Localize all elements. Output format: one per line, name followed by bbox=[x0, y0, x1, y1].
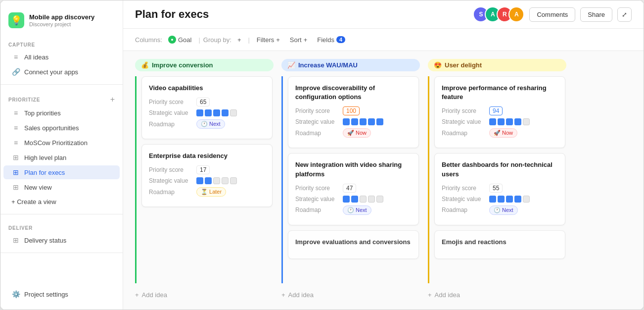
header-right: S A R A Comments Share ⤢ bbox=[473, 6, 632, 22]
card-title: Improve discoverability of configuration… bbox=[295, 84, 412, 102]
group-by-add-btn[interactable]: + bbox=[233, 34, 245, 46]
avatar-group: S A R A bbox=[473, 6, 524, 22]
fields-btn[interactable]: Fields 4 bbox=[313, 34, 349, 46]
sidebar-item-high-level-plan[interactable]: ⊞ High level plan bbox=[3, 151, 120, 164]
strategic-dots bbox=[196, 109, 237, 116]
group-by-label: Group by: bbox=[203, 36, 231, 44]
sort-btn[interactable]: Sort + bbox=[286, 34, 311, 46]
card-title: New integration with video sharing platf… bbox=[295, 160, 412, 178]
field-label: Strategic value bbox=[149, 109, 193, 116]
column-increase-wau: 📈 Increase WAU/MAU Improve discoverabili… bbox=[281, 59, 420, 302]
add-idea-btn[interactable]: + Add idea bbox=[281, 288, 420, 302]
field-label: Priority score bbox=[295, 107, 340, 114]
add-prioritize-btn[interactable]: + bbox=[110, 96, 115, 103]
sidebar-item-delivery-status[interactable]: ⊞ Delivery status bbox=[3, 233, 120, 247]
app-window: 💡 Mobile app discovery Discovery project… bbox=[0, 0, 644, 310]
app-icon: 💡 bbox=[8, 12, 24, 28]
roadmap-chip[interactable]: 🕐 Next bbox=[196, 119, 225, 129]
fields-label: Fields bbox=[317, 36, 334, 44]
column-emoji: 📈 bbox=[287, 61, 295, 69]
dot bbox=[222, 109, 229, 116]
roadmap-chip[interactable]: ⏳ Later bbox=[196, 187, 226, 197]
list-icon: ≡ bbox=[11, 139, 20, 147]
column-improve-conversion: 💰 Improve conversion Video capabilities … bbox=[135, 59, 274, 302]
field-label: Roadmap bbox=[149, 121, 193, 128]
prioritize-section-header: PRIORITIZE + bbox=[0, 90, 123, 105]
sidebar-item-all-ideas[interactable]: ≡ All ideas bbox=[3, 50, 120, 64]
field-label: Priority score bbox=[442, 185, 486, 192]
roadmap-field: Roadmap 🚀 Now bbox=[295, 128, 412, 138]
priority-score-field: Priority score 17 bbox=[149, 165, 265, 174]
priority-score-field: Priority score 55 bbox=[442, 184, 558, 193]
card-emojis-reactions: Emojis and reactions bbox=[434, 230, 565, 259]
filters-plus-icon: + bbox=[276, 36, 280, 44]
strategic-dots bbox=[489, 196, 530, 203]
dot bbox=[523, 196, 530, 203]
grid-icon: ⊞ bbox=[11, 154, 20, 161]
roadmap-field: Roadmap ⏳ Later bbox=[149, 187, 265, 197]
column-header: 💰 Improve conversion bbox=[135, 59, 274, 71]
add-idea-label: Add idea bbox=[435, 291, 460, 299]
dot bbox=[523, 118, 530, 125]
sidebar-item-moscow[interactable]: ≡ MoSCow Prioritization bbox=[3, 136, 120, 150]
strategic-value-field: Strategic value bbox=[295, 118, 412, 125]
strategic-value-field: Strategic value bbox=[442, 118, 558, 125]
sidebar-item-label: Project settings bbox=[24, 291, 68, 298]
separator: | bbox=[248, 36, 249, 44]
dot bbox=[498, 196, 505, 203]
expand-button[interactable]: ⤢ bbox=[617, 7, 632, 22]
plus-icon: + bbox=[281, 291, 285, 299]
field-label: Strategic value bbox=[442, 118, 486, 125]
strategic-dots bbox=[489, 118, 530, 125]
cards-container: Video capabilities Priority score 65 Str… bbox=[135, 76, 274, 283]
field-label: Roadmap bbox=[295, 207, 340, 213]
roadmap-chip[interactable]: 🕐 Next bbox=[343, 206, 371, 215]
filters-btn[interactable]: Filters + bbox=[253, 34, 284, 46]
dot bbox=[506, 196, 513, 203]
roadmap-chip[interactable]: 🚀 Now bbox=[343, 128, 371, 138]
roadmap-chip[interactable]: 🕐 Next bbox=[489, 206, 518, 215]
field-label: Priority score bbox=[149, 99, 193, 105]
app-header: 💡 Mobile app discovery Discovery project bbox=[0, 8, 123, 36]
card-enterprise-data: Enterprise data residency Priority score… bbox=[141, 144, 273, 207]
priority-score-field: Priority score 100 bbox=[295, 106, 412, 115]
dot bbox=[360, 118, 367, 125]
strategic-value-field: Strategic value bbox=[442, 196, 558, 203]
strategic-value-field: Strategic value bbox=[149, 177, 265, 184]
roadmap-chip[interactable]: 🚀 Now bbox=[489, 128, 517, 138]
sidebar-item-new-view[interactable]: ⊞ New view bbox=[3, 180, 120, 194]
add-idea-btn[interactable]: + Add idea bbox=[135, 288, 274, 302]
dot bbox=[514, 118, 521, 125]
column-emoji: 💰 bbox=[141, 61, 149, 69]
gear-icon: ⚙️ bbox=[11, 290, 20, 298]
dot bbox=[230, 109, 237, 116]
sidebar-item-sales-opportunities[interactable]: ≡ Sales opportunities bbox=[3, 121, 120, 135]
sidebar-item-project-settings[interactable]: ⚙️ Project settings bbox=[3, 287, 120, 301]
strategic-dots bbox=[343, 118, 383, 125]
card-video-capabilities: Video capabilities Priority score 65 Str… bbox=[141, 76, 273, 139]
add-idea-label: Add idea bbox=[142, 291, 167, 299]
dot bbox=[489, 118, 496, 125]
sidebar-item-label: Plan for execs bbox=[24, 169, 65, 176]
grid-icon: ⊞ bbox=[11, 183, 20, 191]
plus-icon: + bbox=[428, 291, 432, 299]
column-header: 😍 User delight bbox=[428, 59, 566, 71]
column-header: 📈 Increase WAU/MAU bbox=[281, 59, 420, 71]
priority-score-field: Priority score 94 bbox=[442, 106, 558, 115]
sidebar-item-create-view[interactable]: + Create a view bbox=[3, 195, 120, 208]
dot bbox=[489, 196, 496, 203]
share-button[interactable]: Share bbox=[580, 7, 612, 22]
add-idea-btn[interactable]: + Add idea bbox=[428, 288, 566, 302]
comments-button[interactable]: Comments bbox=[529, 7, 575, 22]
card-improve-performance: Improve performance of resharing feature… bbox=[434, 76, 565, 148]
dot bbox=[351, 118, 358, 125]
dot bbox=[222, 177, 229, 184]
sidebar-item-connect-apps[interactable]: 🔗 Connect your apps bbox=[3, 65, 120, 79]
dot bbox=[368, 118, 375, 125]
sidebar-item-plan-for-execs[interactable]: ⊞ Plan for execs bbox=[3, 165, 120, 179]
columns-goal-selector[interactable]: ● Goal bbox=[164, 34, 195, 46]
sidebar-item-label: All ideas bbox=[24, 53, 48, 61]
priority-score-field: Priority score 47 bbox=[295, 184, 412, 193]
filters-label: Filters bbox=[257, 36, 274, 44]
sidebar-item-top-priorities[interactable]: ≡ Top priorities bbox=[3, 106, 120, 120]
